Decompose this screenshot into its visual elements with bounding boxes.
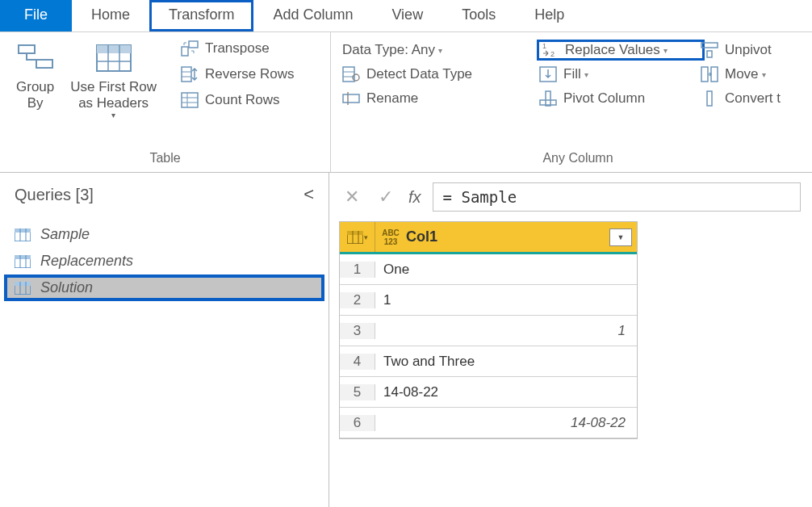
table-row[interactable]: 21 [340,285,637,316]
cell[interactable]: 14-08-22 [375,415,637,431]
table-row[interactable]: 514-08-22 [340,377,637,408]
queries-title: Queries [3] [15,186,94,204]
query-label: Solution [40,279,93,296]
count-rows-button[interactable]: Count Rows [181,92,295,108]
column-name[interactable]: Col1 [401,228,609,245]
tab-tools[interactable]: Tools [442,0,515,31]
cell[interactable]: One [375,262,637,278]
fill-icon [539,66,557,82]
svg-rect-3 [97,45,131,53]
replace-values-label: Replace Values [565,42,660,58]
convert-label: Convert t [725,90,781,107]
data-type-any-icon[interactable]: ABC123 [380,228,401,246]
table-icon [15,255,31,268]
replace-values-icon: 12 [541,42,559,58]
table-group-label: Table [0,148,330,172]
cell[interactable]: 1 [375,292,637,308]
detect-data-type-label: Detect Data Type [366,66,472,82]
unpivot-button[interactable]: Unpivot [701,42,812,58]
query-item-sample[interactable]: Sample [0,221,329,248]
table-select-button[interactable]: ▾ [340,222,375,252]
data-type-label: Data Type: Any [342,42,435,58]
table-icon [347,231,363,244]
replace-values-button[interactable]: 12 Replace Values▾ [537,40,705,61]
query-item-solution[interactable]: Solution [4,274,324,301]
grid-rows: 1One 21 31 4Two and Three 514-08-22 614-… [340,254,637,438]
pivot-column-label: Pivot Column [563,90,645,107]
dropdown-arrow-icon: ▾ [111,111,115,119]
collapse-panel-button[interactable]: < [303,184,314,205]
svg-rect-0 [19,45,35,53]
count-rows-label: Count Rows [205,92,280,108]
column-filter-button[interactable]: ▼ [609,228,632,246]
unpivot-label: Unpivot [725,42,772,58]
svg-rect-37 [15,255,31,259]
move-icon [701,66,718,82]
group-by-button[interactable]: Group By [8,40,62,115]
table-row[interactable]: 31 [340,316,637,346]
table-icon [15,282,31,295]
unpivot-icon [701,42,718,58]
svg-rect-9 [182,67,191,82]
formula-input[interactable]: = Sample [433,182,801,212]
tab-file[interactable]: File [0,0,72,31]
convert-button[interactable]: Convert t [701,90,812,107]
fx-button[interactable]: fx [408,188,421,207]
tab-bar: File Home Transform Add Column View Tool… [0,0,812,32]
svg-rect-27 [343,94,359,103]
detect-data-type-icon [342,66,360,82]
cancel-formula-button[interactable]: ✕ [341,186,363,208]
commit-formula-button[interactable]: ✓ [375,186,397,208]
queries-list: Sample Replacements Solution [0,213,329,309]
dropdown-arrow-icon: ▾ [663,46,668,55]
transpose-icon [181,40,199,57]
table-icon [15,228,31,241]
reverse-rows-label: Reverse Rows [205,66,295,82]
table-headers-icon [95,44,132,73]
query-item-replacements[interactable]: Replacements [0,248,329,274]
table-row[interactable]: 614-08-22 [340,408,637,438]
transpose-button[interactable]: Transpose [181,40,295,57]
tab-add-column[interactable]: Add Column [253,0,372,31]
any-column-group-label: Any Column [342,148,812,172]
pivot-column-button[interactable]: Pivot Column [539,90,701,107]
svg-text:1: 1 [542,42,546,50]
row-index: 4 [340,354,375,370]
cell[interactable]: Two and Three [375,354,637,370]
row-index: 3 [340,323,375,339]
tab-view[interactable]: View [372,0,442,31]
reverse-rows-icon [181,66,199,82]
dropdown-arrow-icon: ▾ [762,70,766,79]
cell[interactable]: 1 [375,323,637,339]
move-button[interactable]: Move▾ [701,66,812,82]
use-first-row-label: Use First Row as Headers [70,79,157,112]
query-label: Replacements [40,253,133,270]
use-first-row-button[interactable]: Use First Row as Headers ▾ [62,40,165,123]
dropdown-arrow-icon: ▾ [364,233,368,241]
svg-rect-12 [182,93,198,107]
svg-rect-31 [707,91,712,106]
rename-button[interactable]: Rename [342,90,539,107]
transpose-label: Transpose [205,40,270,57]
data-type-button[interactable]: Data Type: Any▾ [342,42,539,58]
move-label: Move [725,66,759,82]
reverse-rows-button[interactable]: Reverse Rows [181,66,295,82]
tab-help[interactable]: Help [515,0,584,31]
svg-rect-26 [711,67,718,82]
cell[interactable]: 14-08-22 [375,384,637,400]
table-row[interactable]: 1One [340,254,637,285]
queries-panel: Queries [3] < Sample Replacements Soluti… [0,173,329,507]
tab-home[interactable]: Home [72,0,149,31]
svg-rect-29 [546,91,550,106]
data-area: ✕ ✓ fx = Sample ▾ ABC123 Col1 ▼ 1One 21 … [329,173,812,507]
row-index: 6 [340,415,375,431]
svg-rect-25 [701,67,708,82]
table-row[interactable]: 4Two and Three [340,346,637,377]
query-label: Sample [40,226,90,243]
tab-transform[interactable]: Transform [149,0,253,31]
ribbon-group-any-column: Data Type: Any▾ 12 Replace Values▾ Unpiv… [331,32,812,172]
fill-button[interactable]: Fill▾ [539,66,701,82]
detect-data-type-button[interactable]: Detect Data Type [342,66,539,82]
svg-text:2: 2 [550,50,555,58]
svg-rect-1 [36,60,52,68]
